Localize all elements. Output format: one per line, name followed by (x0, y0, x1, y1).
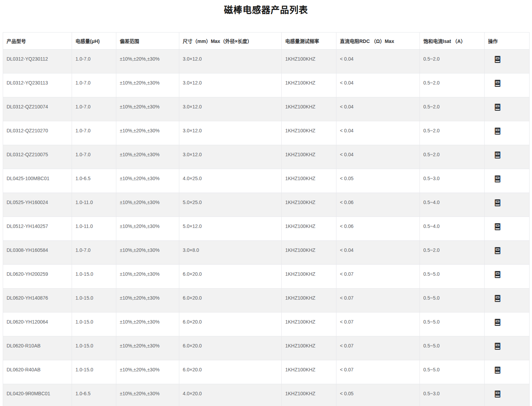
cell-size: 6.0×20.0 (179, 265, 282, 289)
cell-tolerance: ±10%,±20%,±30% (116, 241, 179, 265)
cell-action (485, 145, 530, 169)
table-row: DL0620-R10AB 1.0-15.0 ±10%,±20%,±30% 6.0… (3, 336, 530, 360)
cell-isat: 0.5~5.0 (420, 265, 485, 289)
cell-test-freq: 1KHZ100KHZ (282, 312, 336, 336)
view-detail-button[interactable] (494, 175, 501, 183)
cell-size: 3.0×12.0 (179, 121, 282, 145)
cell-test-freq: 1KHZ100KHZ (282, 169, 336, 193)
cell-inductance: 1.0-7.0 (72, 121, 116, 145)
cell-size: 6.0×20.0 (179, 360, 282, 384)
cell-action (485, 97, 530, 121)
cell-tolerance: ±10%,±20%,±30% (116, 169, 179, 193)
cell-action (485, 384, 530, 406)
cell-test-freq: 1KHZ100KHZ (282, 193, 336, 217)
cell-isat: 0.5~2.0 (420, 145, 485, 169)
cell-size: 6.0×20.0 (179, 336, 282, 360)
book-icon (494, 199, 501, 206)
book-icon (494, 271, 501, 278)
cell-isat: 0.5~3.0 (420, 384, 485, 406)
col-header-rdc: 直流电阻RDC （Ω）Max (336, 33, 420, 50)
cell-rdc: < 0.04 (336, 121, 420, 145)
cell-inductance: 1.0-6.5 (72, 384, 116, 406)
cell-inductance: 1.0-15.0 (72, 265, 116, 289)
cell-model: DL0620-R40AB (3, 360, 72, 384)
cell-size: 3.0×12.0 (179, 73, 282, 97)
cell-rdc: < 0.07 (336, 289, 420, 312)
page-title: 磁棒电感器产品列表 (0, 3, 532, 16)
cell-size: 3.0×8.0 (179, 241, 282, 265)
cell-tolerance: ±10%,±20%,±30% (116, 50, 179, 73)
cell-size: 6.0×20.0 (179, 312, 282, 336)
cell-isat: 0.5~2.0 (420, 50, 485, 73)
product-table: 产品型号 电感量(μH) 偏差范围 尺寸（mm）Max（外径×长度） 电感量测试… (3, 32, 530, 406)
cell-isat: 0.5~5.0 (420, 289, 485, 312)
cell-action (485, 193, 530, 217)
cell-action (485, 289, 530, 312)
book-icon (494, 247, 501, 254)
book-icon (494, 56, 501, 63)
table-row: DL0620-R40AB 1.0-15.0 ±10%,±20%,±30% 6.0… (3, 360, 530, 384)
cell-model: DL0425-100MBC01 (3, 169, 72, 193)
col-header-isat: 饱和电流Isat （A） (420, 33, 485, 50)
cell-inductance: 1.0-15.0 (72, 312, 116, 336)
view-detail-button[interactable] (494, 56, 501, 63)
view-detail-button[interactable] (494, 319, 501, 326)
cell-size: 6.0×20.0 (179, 289, 282, 312)
cell-model: DL0420-9R0MBC01 (3, 384, 72, 406)
cell-model: DL0312-QZ210270 (3, 121, 72, 145)
cell-action (485, 360, 530, 384)
view-detail-button[interactable] (494, 271, 501, 278)
table-row: DL0620-YH120064 1.0-15.0 ±10%,±20%,±30% … (3, 312, 530, 336)
header-row: 产品型号 电感量(μH) 偏差范围 尺寸（mm）Max（外径×长度） 电感量测试… (3, 33, 530, 50)
cell-model: DL0312-QZ210074 (3, 97, 72, 121)
cell-action (485, 73, 530, 97)
cell-action (485, 312, 530, 336)
table-header: 产品型号 电感量(μH) 偏差范围 尺寸（mm）Max（外径×长度） 电感量测试… (3, 33, 530, 50)
table-row: DL0620-YH200259 1.0-15.0 ±10%,±20%,±30% … (3, 265, 530, 289)
cell-rdc: < 0.04 (336, 97, 420, 121)
cell-inductance: 1.0-7.0 (72, 241, 116, 265)
view-detail-button[interactable] (494, 80, 501, 87)
cell-test-freq: 1KHZ100KHZ (282, 50, 336, 73)
cell-model: DL0312-QZ210075 (3, 145, 72, 169)
cell-rdc: < 0.07 (336, 312, 420, 336)
table-row: DL0525-YH160024 1.0-11.0 ±10%,±20%,±30% … (3, 193, 530, 217)
view-detail-button[interactable] (494, 104, 501, 111)
cell-test-freq: 1KHZ100KHZ (282, 145, 336, 169)
book-icon (494, 80, 501, 87)
view-detail-button[interactable] (494, 127, 501, 135)
table-row: DL0512-YH140257 1.0-11.0 ±10%,±20%,±30% … (3, 217, 530, 241)
view-detail-button[interactable] (494, 151, 501, 159)
cell-size: 5.0×25.0 (179, 193, 282, 217)
cell-inductance: 1.0-7.0 (72, 50, 116, 73)
cell-test-freq: 1KHZ100KHZ (282, 121, 336, 145)
cell-test-freq: 1KHZ100KHZ (282, 217, 336, 241)
view-detail-button[interactable] (494, 223, 501, 230)
view-detail-button[interactable] (494, 343, 501, 350)
cell-test-freq: 1KHZ100KHZ (282, 265, 336, 289)
book-icon (494, 295, 501, 302)
cell-model: DL0512-YH140257 (3, 217, 72, 241)
view-detail-button[interactable] (494, 367, 501, 374)
cell-isat: 0.5~5.0 (420, 360, 485, 384)
view-detail-button[interactable] (494, 247, 501, 254)
book-icon (494, 104, 501, 111)
view-detail-button[interactable] (494, 199, 501, 206)
book-icon (494, 127, 501, 135)
cell-tolerance: ±10%,±20%,±30% (116, 217, 179, 241)
cell-tolerance: ±10%,±20%,±30% (116, 360, 179, 384)
table-row: DL0308-YH160584 1.0-7.0 ±10%,±20%,±30% 3… (3, 241, 530, 265)
view-detail-button[interactable] (494, 295, 501, 302)
table-body: DL0312-YQ230112 1.0-7.0 ±10%,±20%,±30% 3… (3, 50, 530, 406)
cell-isat: 0.5~3.0 (420, 169, 485, 193)
cell-test-freq: 1KHZ100KHZ (282, 73, 336, 97)
cell-model: DL0308-YH160584 (3, 241, 72, 265)
cell-tolerance: ±10%,±20%,±30% (116, 289, 179, 312)
cell-rdc: < 0.07 (336, 265, 420, 289)
cell-action (485, 50, 530, 73)
cell-inductance: 1.0-15.0 (72, 360, 116, 384)
cell-isat: 0.5~5.0 (420, 312, 485, 336)
cell-isat: 0.5~2.0 (420, 97, 485, 121)
view-detail-button[interactable] (494, 390, 501, 398)
table-row: DL0312-QZ210075 1.0-7.0 ±10%,±20%,±30% 3… (3, 145, 530, 169)
